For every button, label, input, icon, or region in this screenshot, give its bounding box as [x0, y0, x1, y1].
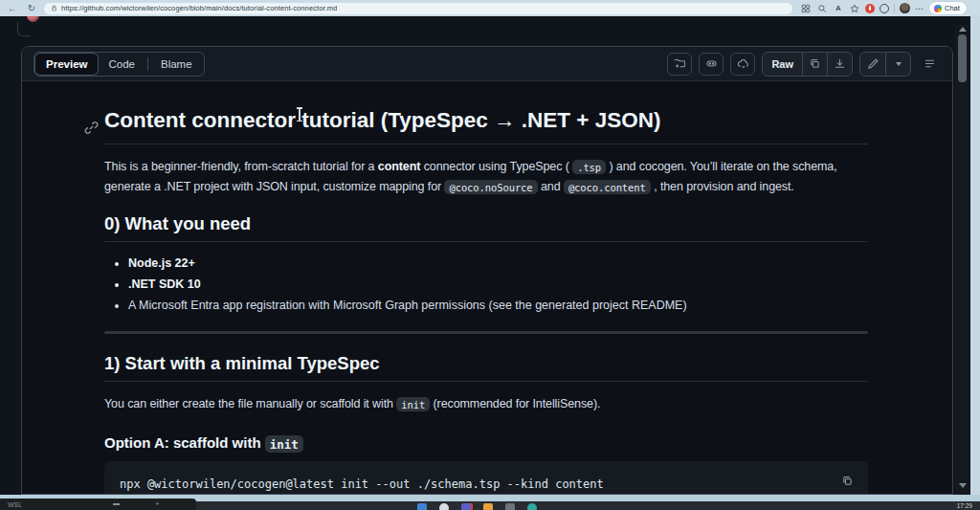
- tab-code[interactable]: Code: [98, 54, 145, 75]
- copy-code-button[interactable]: [835, 469, 858, 492]
- terminal-window-fragment[interactable]: WSL +: [0, 499, 196, 510]
- edit-dropdown-button[interactable]: [885, 53, 910, 76]
- chevron-down-icon: [896, 62, 902, 66]
- raw-label: Raw: [763, 58, 802, 70]
- code-block: npx @wictorwilen/cocogen@latest init --o…: [104, 461, 868, 495]
- more-menu-icon[interactable]: ⋯: [915, 4, 924, 13]
- bold-text: content: [378, 160, 420, 173]
- inline-code: .tsp: [572, 160, 606, 174]
- option-a-heading: Option A: scaffold with init: [104, 433, 868, 454]
- inline-code: init: [265, 435, 303, 453]
- edit-pencil-icon: [867, 57, 880, 70]
- browser-toolbar: ← ↻ https://github.com/wictorwilen/cocog…: [0, 0, 980, 16]
- section-heading-0: 0) What you need: [104, 213, 868, 242]
- scroll-up-arrow[interactable]: [959, 27, 967, 32]
- taskbar-icons: [417, 503, 537, 510]
- copy-raw-button[interactable]: [802, 53, 827, 76]
- copilot-icon: [934, 5, 942, 12]
- taskbar-app-blue-icon[interactable]: [417, 503, 427, 510]
- copilot-chat-button[interactable]: Chat: [929, 2, 967, 14]
- list-item: Node.js 22+: [128, 254, 868, 274]
- window-right-edge: [970, 16, 980, 501]
- raw-button-group: Raw: [762, 52, 853, 77]
- taskbar-app-teal-icon[interactable]: [527, 503, 537, 510]
- screen: ← ↻ https://github.com/wictorwilen/cocog…: [0, 0, 980, 510]
- copy-icon: [841, 475, 854, 487]
- tab-blame[interactable]: Blame: [150, 54, 203, 75]
- raw-button[interactable]: Raw: [763, 53, 802, 76]
- address-bar[interactable]: https://github.com/wictorwilen/cocogen/b…: [44, 3, 792, 14]
- chat-label: Chat: [945, 4, 960, 12]
- extension-ring-icon[interactable]: [880, 4, 889, 13]
- text-size-icon[interactable]: A: [833, 3, 844, 14]
- taskbar-folder-icon[interactable]: [483, 503, 493, 510]
- divider: [147, 57, 148, 71]
- folder-plus-button[interactable]: [667, 53, 692, 76]
- divider: [894, 4, 895, 13]
- markdown-body: Content connector tutorial (TypeSpec → .…: [22, 81, 952, 495]
- zoom-icon[interactable]: [816, 3, 828, 14]
- folder-plus-icon: [674, 57, 686, 70]
- lock-icon: [51, 5, 57, 11]
- copy-icon: [809, 57, 821, 70]
- cloud-sync-icon: [737, 57, 749, 70]
- edit-button-group: [859, 52, 911, 77]
- github-page: Preview Code Blame: [0, 16, 970, 495]
- title-text: Content connector tutorial (TypeSpec → .…: [104, 108, 661, 132]
- section-heading-1: 1) Start with a minimal TypeSpec: [104, 353, 868, 382]
- scrolled-panel-corner: [17, 22, 31, 36]
- taskbar-app-circle-icon[interactable]: [439, 503, 449, 510]
- list-item: A Microsoft Entra app registration with …: [128, 296, 868, 316]
- favorites-star-icon[interactable]: [849, 3, 860, 14]
- minimize-icon[interactable]: [113, 503, 120, 505]
- copilot-button[interactable]: [699, 53, 724, 76]
- tab-preview[interactable]: Preview: [35, 54, 98, 75]
- section1-paragraph: You can either create the file manually …: [104, 394, 868, 414]
- scrollbar-thumb[interactable]: [958, 34, 967, 82]
- outline-list-icon: [924, 57, 936, 70]
- file-view-panel: Preview Code Blame: [21, 46, 953, 495]
- scroll-down-arrow[interactable]: [959, 483, 967, 488]
- copilot-icon: [705, 57, 718, 70]
- heading-anchor-link[interactable]: [84, 114, 99, 128]
- download-icon: [834, 57, 846, 70]
- taskbar-app-badged-icon[interactable]: [461, 503, 471, 510]
- list-item: .NET SDK 10: [128, 275, 868, 295]
- file-actions: Raw: [667, 52, 941, 77]
- page-scrollbar[interactable]: [955, 25, 969, 495]
- view-switcher: Preview Code Blame: [33, 52, 205, 77]
- taskbar-clock: 17:29: [957, 502, 972, 509]
- new-tab-icon[interactable]: +: [155, 499, 160, 508]
- inline-code: init: [396, 397, 430, 411]
- file-view-toolbar: Preview Code Blame: [22, 47, 952, 81]
- extension-red-circle-icon[interactable]: [865, 4, 875, 13]
- link-icon: [84, 121, 99, 135]
- inline-code: @coco.content: [564, 180, 651, 194]
- url-text: https://github.com/wictorwilen/cocogen/b…: [61, 4, 337, 12]
- cloud-sync-button[interactable]: [730, 53, 755, 76]
- requirements-list: Node.js 22+ .NET SDK 10 A Microsoft Entr…: [104, 254, 868, 316]
- apps-grid-icon[interactable]: [800, 3, 812, 14]
- taskbar-app-gray-icon[interactable]: [505, 503, 515, 510]
- edit-button[interactable]: [860, 53, 885, 76]
- horizontal-rule: [104, 331, 868, 334]
- code-text: npx @wictorwilen/cocogen@latest init --o…: [120, 477, 604, 491]
- download-button[interactable]: [827, 53, 852, 76]
- inline-code: @coco.noSource: [444, 180, 537, 194]
- page-title: Content connector tutorial (TypeSpec → .…: [104, 106, 868, 144]
- back-icon[interactable]: ←: [6, 0, 19, 16]
- reload-icon[interactable]: ↻: [25, 0, 38, 16]
- intro-paragraph: This is a beginner-friendly, from-scratc…: [104, 157, 868, 197]
- profile-avatar[interactable]: [900, 3, 910, 13]
- mouse-text-cursor: [299, 107, 301, 122]
- chrome-right-controls: A ⋯ Chat: [800, 2, 967, 14]
- outline-button[interactable]: [918, 53, 941, 76]
- terminal-tab-label: WSL: [8, 501, 22, 508]
